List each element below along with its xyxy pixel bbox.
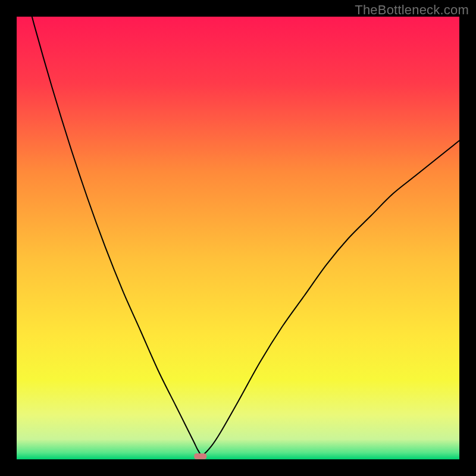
chart-frame: TheBottleneck.com: [0, 0, 476, 476]
plot-area: [17, 17, 459, 459]
watermark-label: TheBottleneck.com: [355, 2, 469, 18]
optimum-marker: [194, 453, 206, 459]
bottleneck-chart: [17, 17, 459, 459]
gradient-background: [17, 17, 459, 459]
